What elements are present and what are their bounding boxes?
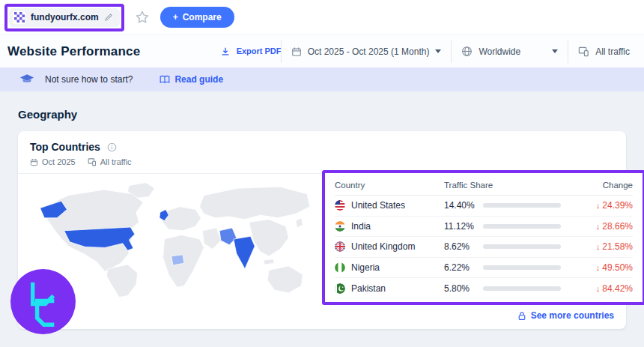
read-guide-label: Read guide (174, 74, 223, 85)
traffic-share-bar (483, 244, 561, 249)
domain-selector[interactable]: fundyourfx.com (9, 8, 120, 27)
traffic-share-bar (483, 203, 561, 208)
domain-annotation-box: fundyourfx.com (4, 4, 124, 31)
change-down-arrow-icon: ↓ (596, 284, 601, 293)
read-guide-link[interactable]: Read guide (160, 74, 223, 85)
change-value: 24.39% (602, 200, 633, 211)
card-date-filter: Oct 2025 (30, 157, 76, 166)
see-more-countries-link[interactable]: See more countries (517, 310, 614, 321)
traffic-share-bar (483, 224, 561, 229)
compare-button-label: Compare (183, 12, 222, 22)
card-traffic-filter: All traffic (88, 157, 132, 166)
devices-icon (578, 46, 589, 57)
main-content: Geography Top Countries Oct 2025 (0, 91, 644, 329)
country-name: United States (351, 200, 405, 211)
map-country-nigeria[interactable] (171, 255, 184, 265)
calendar-icon (30, 158, 38, 166)
card-title: Top Countries (30, 141, 100, 153)
devices-icon (88, 157, 97, 166)
map-indonesia (264, 259, 275, 265)
change-down-arrow-icon: ↓ (596, 263, 601, 272)
region-value: Worldwide (479, 46, 520, 57)
traffic-type-value: All traffic (595, 46, 630, 57)
table-row[interactable]: United States 14.40% ↓ 24.39% (335, 196, 633, 217)
chevron-down-icon (552, 49, 558, 53)
info-icon[interactable] (107, 142, 117, 152)
map-russia (200, 187, 310, 219)
banner-text: Not sure how to start? (45, 74, 133, 85)
table-row[interactable]: Pakistan 5.80% ↓ 84.42% (335, 278, 633, 299)
change-value: 49.50% (602, 262, 633, 273)
favorite-star-button[interactable] (133, 8, 151, 26)
country-name: India (351, 221, 371, 232)
countries-table-header: Country Traffic Share Change (335, 177, 633, 196)
traffic-share-value: 6.22% (444, 262, 483, 273)
change-cell: ↓ 21.58% (596, 241, 633, 252)
table-row[interactable]: United Kingdom 8.62% ↓ 21.58% (335, 237, 633, 258)
map-country-pakistan[interactable] (219, 228, 237, 245)
region-selector[interactable]: Worldwide (451, 40, 568, 63)
traffic-type-selector[interactable]: All traffic (568, 40, 640, 63)
map-europe (162, 207, 201, 231)
map-south-america (106, 265, 137, 297)
lock-icon (517, 311, 526, 321)
country-name: Pakistan (351, 283, 386, 294)
table-row[interactable]: India 11.12% ↓ 28.66% (335, 217, 633, 238)
map-japan (296, 218, 303, 228)
download-icon (220, 46, 231, 57)
change-down-arrow-icon: ↓ (596, 222, 601, 231)
change-cell: ↓ 24.39% (596, 200, 633, 211)
traffic-share-bar (483, 286, 561, 291)
countries-table-body: United States 14.40% ↓ 24.39% India 11.1… (335, 196, 633, 299)
calendar-icon (291, 46, 302, 57)
guide-banner: Not sure how to start? Read guide (0, 67, 644, 91)
change-value: 21.58% (602, 241, 633, 252)
country-name: United Kingdom (351, 241, 415, 252)
column-header-change: Change (603, 181, 633, 190)
top-countries-card: Top Countries Oct 2025 All traffic (18, 131, 626, 329)
column-header-country: Country (335, 181, 444, 190)
change-cell: ↓ 84.42% (596, 283, 633, 294)
card-traffic-label: All traffic (100, 157, 132, 166)
country-name: Nigeria (351, 262, 380, 273)
change-value: 84.42% (602, 283, 633, 294)
edit-domain-icon[interactable] (104, 13, 113, 22)
domain-name: fundyourfx.com (31, 12, 99, 22)
column-header-traffic-share: Traffic Share (444, 181, 570, 190)
site-favicon (13, 11, 25, 24)
export-pdf-button[interactable]: Export PDF (210, 40, 281, 63)
export-pdf-label: Export PDF (237, 46, 271, 56)
card-date-label: Oct 2025 (42, 157, 76, 166)
change-value: 28.66% (602, 221, 633, 232)
top-bar: fundyourfx.com + Compare (0, 0, 644, 34)
traffic-share-value: 5.80% (444, 283, 483, 294)
map-east-asia (249, 220, 289, 256)
page-header: Website Performance Export PDF Oct 2025 … (0, 34, 644, 67)
change-cell: ↓ 49.50% (596, 262, 633, 273)
country-flag (335, 262, 345, 273)
map-middle-east (202, 228, 221, 249)
traffic-share-bar (483, 265, 561, 270)
date-range-value: Oct 2025 - Oct 2025 (1 Month) (308, 46, 430, 57)
card-footer: See more countries (18, 305, 626, 329)
see-more-countries-label: See more countries (531, 310, 614, 321)
change-down-arrow-icon: ↓ (596, 201, 601, 210)
country-flag (335, 200, 345, 211)
traffic-share-value: 14.40% (444, 200, 483, 211)
page-title: Website Performance (7, 44, 140, 59)
countries-table-annotation-box: Country Traffic Share Change United Stat… (322, 170, 644, 305)
book-icon (160, 75, 170, 84)
chevron-down-icon (435, 49, 441, 53)
date-range-selector[interactable]: Oct 2025 - Oct 2025 (1 Month) (281, 40, 452, 63)
globe-icon (461, 46, 473, 57)
plus-icon: + (173, 12, 178, 22)
country-flag (335, 241, 345, 252)
compare-button[interactable]: + Compare (160, 7, 234, 28)
country-flag (335, 221, 345, 232)
card-body: Country Traffic Share Change United Stat… (18, 173, 626, 305)
watermark-logo (10, 268, 76, 335)
map-country-india[interactable] (234, 236, 255, 268)
country-flag (335, 283, 345, 294)
table-row[interactable]: Nigeria 6.22% ↓ 49.50% (335, 258, 633, 279)
traffic-share-value: 11.12% (444, 221, 483, 232)
